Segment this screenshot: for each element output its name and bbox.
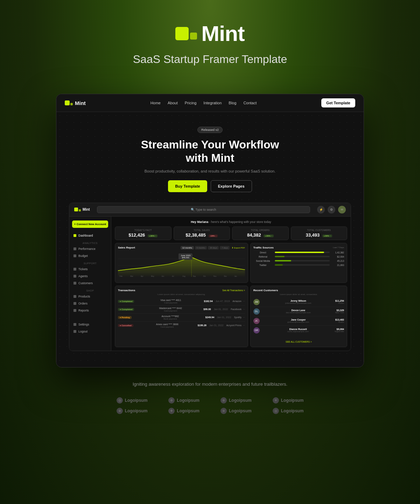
sidebar-item-dashboard[interactable]: Dashboard [69, 232, 111, 239]
dash-search[interactable]: 🔍 Type to search [97, 206, 310, 213]
sidebar-item-tickets[interactable]: Tickets [69, 266, 111, 273]
dash-body: + Connect New Account Dashboard ANALYTIC… [69, 217, 351, 351]
txn-date-3: Jan 01, 2022 [209, 324, 223, 327]
txn-more-2[interactable]: ··· [243, 316, 245, 318]
stat-badge-0: +36% ↑ [148, 234, 158, 237]
sidebar-item-customers[interactable]: Customers [69, 280, 111, 287]
traffic-label-twitter: Twitter [253, 264, 273, 266]
traffic-row-direct: Direct 1,42,382 [253, 251, 344, 254]
dash-logo-sq-big [74, 208, 78, 211]
txn-merchant-1: Facebook [231, 308, 241, 310]
sidebar-item-settings[interactable]: Settings [69, 321, 111, 328]
txn-more-0[interactable]: ··· [243, 300, 245, 302]
tab-6months[interactable]: 6 months [195, 246, 207, 250]
tab-30days[interactable]: 30 days [208, 246, 219, 250]
svg-text:Aug: Aug [182, 275, 186, 277]
customer-avatar-0: JW [253, 299, 260, 305]
stat-badge-3: +36% ↑ [322, 234, 332, 237]
user-avatar[interactable]: M [338, 206, 346, 214]
logo-item-2: ⊕ Logoipsum [168, 397, 200, 404]
customer-name-2: Jane Cooper [261, 318, 335, 321]
traffic-row-social: Social Media 45,213 [253, 260, 344, 262]
explore-pages-button[interactable]: Explore Pages [211, 180, 252, 192]
sidebar-item-products[interactable]: Products [69, 293, 111, 300]
charts-row: Sales Report 12 months 6 months 30 days … [115, 243, 347, 283]
txn-date-0: Jun 47, 2019 [216, 300, 230, 302]
browser-mockup: Mint Home About Pricing Integration Blog… [56, 94, 364, 368]
brand-logo: Mint [175, 21, 244, 46]
traffic-value-referral: $2,934 [332, 255, 344, 258]
tooltip-value: $45,591 [181, 257, 190, 259]
logo-item-8: ◎ Logoipsum [273, 408, 304, 414]
txn-info-3: Amex card **** 3666Card payment [137, 323, 198, 328]
nav-logo: Mint [65, 100, 86, 106]
stat-label-3: TOTAL CUSTOMERS [294, 229, 344, 231]
nav-link-integration[interactable]: Integration [203, 101, 222, 105]
performance-icon [74, 247, 76, 250]
get-template-button[interactable]: Get Template [321, 98, 355, 107]
sidebar-item-logout[interactable]: Logout [69, 328, 111, 335]
stat-badge-1: -19% ↓ [209, 234, 218, 237]
txn-amount-3: $199.26 [198, 324, 206, 327]
nav-link-contact[interactable]: Contact [243, 101, 257, 105]
sidebar-item-agents[interactable]: Agents [69, 273, 111, 280]
nav-link-about[interactable]: About [168, 101, 178, 105]
nav-brand: Mint [75, 100, 86, 106]
logos-row-1: ◎ Logoipsum ⊕ Logoipsum ⊗ Logoipsum ✳ Lo… [117, 397, 304, 404]
customer-info-1: Devon Lane dat.roberts@example.com [261, 309, 335, 314]
footer-section: Igniting awareness exploration for moder… [0, 368, 420, 428]
nav-link-pricing[interactable]: Pricing [185, 101, 197, 105]
sidebar-item-budget[interactable]: Budget [69, 252, 111, 259]
logo-item-6: ✚ Logoipsum [168, 408, 200, 414]
txn-amount-1: $99.00 [203, 308, 211, 310]
txn-more-3[interactable]: ··· [243, 324, 245, 327]
sidebar-item-orders[interactable]: Orders [69, 300, 111, 307]
transactions-header: Transactions See All Transactions > [118, 289, 245, 292]
customer-meta-0: $11,254 Austin [335, 300, 344, 304]
tab-12months[interactable]: 12 months [181, 246, 194, 250]
nav-logo-icon [65, 100, 73, 105]
traffic-label-social: Social Media [253, 260, 273, 262]
traffic-row-twitter: Twitter 21,893 [253, 264, 344, 266]
connect-account-button[interactable]: + Connect New Account [72, 220, 108, 228]
tickets-icon [74, 268, 76, 271]
stat-label-0: TODAY'S FACT [118, 229, 168, 231]
customer-meta-3: $9,064 Naperville [335, 328, 344, 332]
see-all-customers-link[interactable]: SEE ALL CUSTOMERS > [286, 341, 312, 343]
nav-link-blog[interactable]: Blog [229, 101, 236, 105]
hero-buttons: Buy Template Explore Pages [63, 180, 357, 192]
svg-text:Jun: Jun [161, 275, 164, 277]
sidebar-item-performance[interactable]: Performance [69, 245, 111, 252]
logo-item-1: ◎ Logoipsum [117, 397, 148, 404]
txn-amount-2: $249.94 [205, 316, 214, 318]
nav-link-home[interactable]: Home [150, 101, 161, 105]
see-all-transactions-link[interactable]: See All Transactions > [222, 289, 245, 292]
transactions-title: Transactions [118, 289, 135, 292]
customer-row-1: DL Devon Lane dat.roberts@example.com $3… [253, 307, 344, 316]
nav-bar: Mint Home About Pricing Integration Blog… [56, 94, 364, 112]
tab-7days[interactable]: 7 days [220, 246, 230, 250]
txn-merchant-3: Acryont Prims [226, 324, 241, 327]
txn-row-0: ● Completed Visa card **** 4811Card paym… [118, 298, 245, 306]
see-all-customers-wrapper: SEE ALL CUSTOMERS > [253, 338, 344, 344]
notification-icon[interactable]: ⚡ [317, 206, 325, 214]
stat-value-0: $12,426 +36% ↑ [118, 232, 168, 238]
txn-info-2: Account ****882Bank payment [135, 315, 205, 320]
customer-info-3: Dianne Russell curtis.d@example.com [261, 328, 335, 332]
sidebar-item-reports[interactable]: Reports [69, 307, 111, 314]
stat-label-2: TOTAL ORDERS [235, 229, 286, 231]
greeting-name: Hey Mariana [191, 220, 208, 224]
customer-email-0: jolanewilson@example.com [261, 302, 335, 304]
svg-text:Mar: Mar [130, 275, 133, 277]
txn-more-1[interactable]: ··· [243, 308, 245, 310]
stats-row: TODAY'S FACT $12,426 +36% ↑ TOTAL SALES … [115, 226, 347, 240]
traffic-bar-fill-twitter [275, 264, 283, 266]
settings-icon[interactable]: ⚙ [328, 206, 335, 214]
customers-header: Recent Customers [253, 289, 344, 292]
dash-logo-text: Mint [83, 208, 90, 211]
export-pdf-button[interactable]: ⬇ Export PDF [232, 246, 245, 249]
agents-icon [74, 275, 76, 278]
buy-template-button[interactable]: Buy Template [168, 180, 207, 192]
sales-chart-container: June 2023 $45,591 [118, 252, 245, 280]
traffic-chart-header: Traffic Sources Last 7 Days [253, 246, 344, 249]
